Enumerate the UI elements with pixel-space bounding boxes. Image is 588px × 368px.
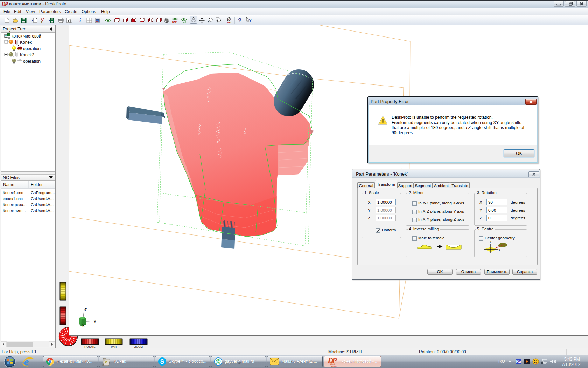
svg-text:X: X bbox=[82, 324, 85, 328]
svg-text:?: ? bbox=[238, 17, 241, 24]
svg-text:Z: Z bbox=[490, 240, 492, 244]
svg-text:S: S bbox=[160, 358, 164, 365]
svg-text:?: ? bbox=[249, 18, 252, 23]
svg-text:PAN: PAN bbox=[111, 345, 117, 348]
svg-text:ROTATE: ROTATE bbox=[84, 345, 95, 348]
svg-text:Y: Y bbox=[498, 248, 500, 252]
svg-text:-: - bbox=[208, 18, 209, 20]
svg-text:Y: Y bbox=[94, 320, 96, 324]
svg-text:@: @ bbox=[228, 18, 231, 21]
svg-text:@: @ bbox=[216, 359, 221, 364]
svg-text:100: 100 bbox=[227, 21, 231, 24]
svg-text:+: + bbox=[208, 21, 209, 23]
svg-text:Z: Z bbox=[85, 308, 87, 312]
svg-text:DEF.: DEF. bbox=[172, 21, 177, 23]
svg-text:i: i bbox=[79, 18, 81, 23]
svg-text:ZOOM: ZOOM bbox=[134, 345, 143, 348]
